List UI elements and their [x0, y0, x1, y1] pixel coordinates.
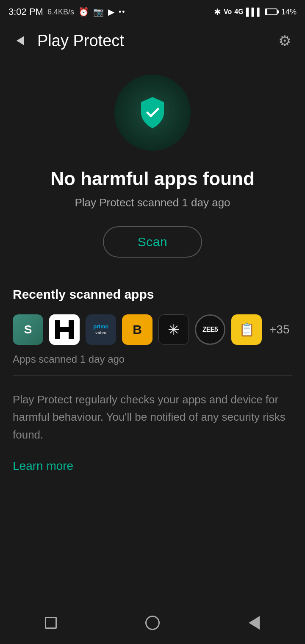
recently-scanned-section: Recently scanned apps S primevideo B ✳ [0, 266, 305, 481]
nav-square-button[interactable] [40, 612, 61, 633]
status-left: 3:02 PM 6.4KB/s ⏰ 📷 ▶ •• [8, 6, 126, 17]
battery-box [265, 8, 277, 15]
more-count: +35 [269, 323, 290, 336]
svg-rect-3 [55, 327, 74, 332]
prime-label: primevideo [93, 324, 108, 336]
h-logo-icon [49, 314, 80, 345]
youtube-icon: ▶ [108, 7, 114, 17]
app-icon-6[interactable]: ZEE5 [195, 314, 225, 345]
app1-label: S [24, 323, 32, 336]
battery-fill [266, 9, 267, 14]
app-icon-3[interactable]: primevideo [86, 314, 116, 345]
app-icon-5[interactable]: ✳ [158, 314, 189, 345]
status-bar: 3:02 PM 6.4KB/s ⏰ 📷 ▶ •• ✱ Vo 4G ▌▌▌ 14% [0, 0, 305, 24]
apps-scanned-text: Apps scanned 1 day ago [13, 353, 292, 365]
nav-back-button[interactable] [244, 612, 265, 633]
triangle-nav-icon [249, 616, 260, 630]
dots-icon: •• [119, 8, 126, 17]
app7-label: 📋 [239, 322, 255, 337]
section-divider [13, 375, 292, 376]
time-display: 3:02 PM [8, 6, 43, 17]
speed-display: 6.4KB/s [47, 8, 74, 17]
battery-indicator: 14% [265, 8, 297, 17]
app4-label: B [133, 322, 142, 337]
circle-nav-icon [145, 616, 160, 630]
signal-icon: ▌▌▌ [246, 8, 262, 17]
app5-label: ✳ [168, 321, 180, 338]
app-icon-2[interactable] [49, 314, 80, 345]
app-icon-1[interactable]: S [13, 314, 43, 345]
learn-more-link[interactable]: Learn more [13, 459, 73, 473]
back-arrow-icon [17, 36, 24, 45]
shield-section: No harmful apps found Play Protect scann… [0, 58, 305, 266]
recently-scanned-title: Recently scanned apps [13, 287, 292, 302]
network-icon: 4G [234, 8, 243, 16]
scanned-subtitle: Play Protect scanned 1 day ago [75, 196, 230, 209]
header: Play Protect ⚙ [0, 24, 305, 58]
gear-icon: ⚙ [278, 32, 291, 49]
shield-icon [133, 94, 172, 132]
description-text: Play Protect regularly checks your apps … [13, 391, 292, 444]
settings-button[interactable]: ⚙ [274, 31, 295, 51]
square-nav-icon [45, 617, 57, 629]
status-right-icons: ✱ Vo 4G ▌▌▌ 14% [214, 7, 297, 17]
app-icon-7[interactable]: 📋 [231, 314, 262, 345]
shield-circle [114, 75, 191, 151]
sim-icon: Vo [224, 8, 232, 16]
zee5-label: ZEE5 [202, 326, 218, 333]
apps-row: S primevideo B ✳ ZEE5 📋 [13, 314, 292, 345]
bluetooth-icon: ✱ [214, 7, 221, 17]
back-button[interactable] [10, 31, 30, 51]
navigation-bar [0, 606, 305, 644]
page-title: Play Protect [37, 32, 274, 50]
app-icon-4[interactable]: B [122, 314, 152, 345]
scan-button[interactable]: Scan [103, 226, 202, 258]
instagram-icon: 📷 [93, 7, 104, 17]
status-title: No harmful apps found [50, 168, 255, 190]
alarm-icon: ⏰ [78, 7, 89, 17]
nav-home-button[interactable] [142, 612, 163, 633]
battery-percent: 14% [281, 8, 297, 17]
